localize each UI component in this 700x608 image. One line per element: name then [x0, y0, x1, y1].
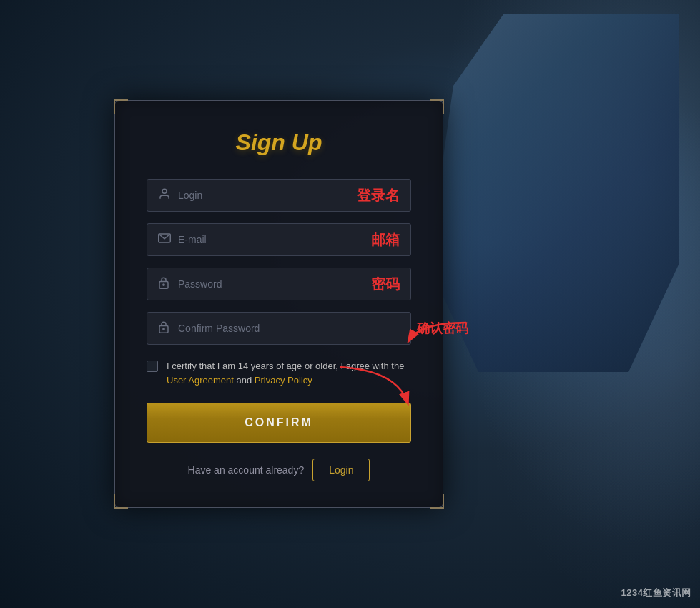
email-field-group: E-mail 邮箱 [147, 223, 411, 256]
confirm-password-field-group: Confirm Password 确认密码 [147, 312, 411, 345]
confirm-button[interactable]: CONFIRM [147, 403, 411, 443]
terms-label: I certify that I am 14 years of age or o… [167, 359, 411, 387]
password-input[interactable] [147, 268, 411, 300]
login-input[interactable] [147, 179, 411, 212]
card-corners [114, 99, 444, 509]
login-field-group: Login 登录名 [147, 179, 411, 212]
terms-checkbox[interactable] [147, 361, 158, 372]
terms-text-between: and [234, 375, 255, 386]
watermark: 1234红鱼资讯网 [621, 587, 691, 599]
terms-text-before: I certify that I am 14 years of age or o… [167, 361, 404, 371]
email-input[interactable] [147, 223, 411, 256]
page-title: Sign Up [147, 129, 411, 156]
confirm-password-annotation: 确认密码 [417, 320, 468, 337]
page-container: Sign Up Login 登录名 E-mail 邮箱 [0, 0, 700, 608]
login-row: Have an account already? Login [147, 459, 411, 481]
login-button[interactable]: Login [312, 459, 370, 481]
user-agreement-link[interactable]: User Agreement [167, 375, 234, 386]
confirm-password-input[interactable] [147, 312, 411, 345]
login-prompt: Have an account already? [188, 464, 305, 476]
privacy-policy-link[interactable]: Privacy Policy [255, 375, 312, 386]
signup-card: Sign Up Login 登录名 E-mail 邮箱 [114, 100, 443, 508]
confirm-arrow [405, 319, 470, 355]
password-field-group: Password 密码 [147, 268, 411, 300]
terms-row: I certify that I am 14 years of age or o… [147, 359, 411, 387]
